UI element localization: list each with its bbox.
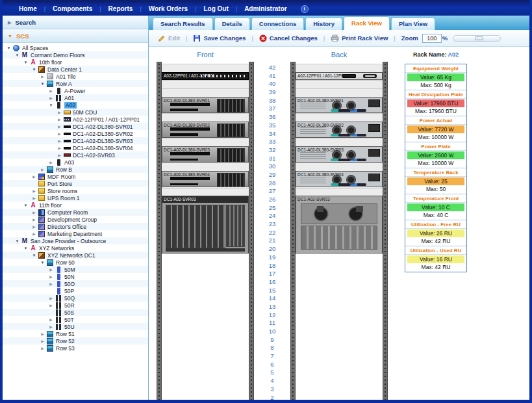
rack-unit-dc1-a02-dl380-svr02[interactable]: DC1-A02-DL380-SVR02 xyxy=(162,122,249,138)
nav-item-reports[interactable]: Reports xyxy=(101,5,140,12)
tree-item-row-51[interactable]: ▶Row 51 xyxy=(3,330,148,337)
tree-expander-down-icon[interactable]: ▼ xyxy=(22,203,29,207)
tab-details[interactable]: Details xyxy=(214,18,250,30)
rack-unit-a02-12pp01-a01-12pp01[interactable]: A02-12PP01 / A01-12PP01 xyxy=(296,72,383,81)
tree-item-row-50[interactable]: ▼Row 50 xyxy=(3,259,148,266)
tree-item-computer-room[interactable]: ▶Computer Room xyxy=(3,209,148,216)
tree-expander-down-icon[interactable]: ▼ xyxy=(47,103,55,107)
tree-item-50p[interactable]: 50P xyxy=(3,287,148,294)
tree-expander-right-icon[interactable]: ▶ xyxy=(39,74,46,79)
tree-expander-right-icon[interactable]: ▶ xyxy=(31,196,38,200)
tree-item-store-rooms[interactable]: ▶Store rooms xyxy=(3,187,148,194)
tree-item-50r[interactable]: ▶50R xyxy=(3,302,148,309)
tree-item-a-power[interactable]: ▶A-Power xyxy=(3,87,148,94)
tree-item-11th-floor[interactable]: ▼A11th floor xyxy=(3,202,148,209)
rack-unit-dc1-a02-svr03[interactable]: DC1-A02-SVR03 xyxy=(162,196,249,254)
tree-expander-right-icon[interactable]: ▶ xyxy=(39,167,46,172)
rack-unit-dc1-a02-dl380-svr04[interactable]: DC1-A02-DL380-SVR04 xyxy=(162,171,249,187)
tree-item-marketing-department[interactable]: ▶Marketing Department xyxy=(3,230,148,237)
tree-expander-down-icon[interactable]: ▼ xyxy=(5,46,12,50)
tab-search-results[interactable]: Search Results xyxy=(153,18,213,30)
zoom-slider[interactable] xyxy=(453,35,501,42)
rack-unit-dc1-a02-dl380-svr01[interactable]: DC1-A02-DL380-SVR01 xyxy=(162,97,249,113)
tree-item-row-53[interactable]: ▶Row 53 xyxy=(3,344,148,352)
tree-item-50q[interactable]: ▶50Q xyxy=(3,294,148,302)
tree-expander-right-icon[interactable]: ▶ xyxy=(47,303,55,307)
tree-expander-down-icon[interactable]: ▼ xyxy=(39,261,46,265)
tree-expander-down-icon[interactable]: ▼ xyxy=(14,53,21,57)
tree-expander-right-icon[interactable]: ▶ xyxy=(56,117,63,122)
tree-expander-right-icon[interactable]: ▶ xyxy=(56,153,63,157)
tree-item-a03[interactable]: ▶A03 xyxy=(3,159,148,166)
edit-button[interactable]: Edit xyxy=(158,34,180,42)
tree-item-dc1-a02-svr03[interactable]: ▶DC1-A02-SVR03 xyxy=(3,151,148,159)
tree-expander-down-icon[interactable]: ▼ xyxy=(22,246,29,250)
tab-plan-view[interactable]: Plan View xyxy=(391,18,435,30)
tree-item-50n[interactable]: ▶50N xyxy=(3,273,148,280)
tree-expander-right-icon[interactable]: ▶ xyxy=(39,332,46,336)
tree-expander-right-icon[interactable]: ▶ xyxy=(39,346,46,350)
tree-expander-down-icon[interactable]: ▼ xyxy=(31,254,38,257)
tree-item-row-52[interactable]: ▶Row 52 xyxy=(3,337,148,344)
tree-expander-right-icon[interactable]: ▶ xyxy=(56,131,63,136)
nav-item-work-orders[interactable]: Work Orders xyxy=(142,5,195,12)
tree-item-50s[interactable]: 50S xyxy=(3,309,148,316)
tree-expander-right-icon[interactable]: ▶ xyxy=(31,231,38,236)
rack-unit-dc1-a02-dl380-svr02[interactable]: DC1-A02-DL380-SVR02 xyxy=(296,122,383,138)
tree-expander-right-icon[interactable]: ▶ xyxy=(56,146,63,150)
tree-item-a02-12pp01-a01-12pp01[interactable]: ▶A02-12PP01 / A01-12PP01 xyxy=(3,116,148,123)
tree-item-mdf-room[interactable]: ▶MDF Room xyxy=(3,173,148,180)
tab-connections[interactable]: Connections xyxy=(251,18,305,30)
tab-history[interactable]: History xyxy=(305,18,342,30)
tree-item-dc1-a02-dl380-svr01[interactable]: ▶DC1-A02-DL380-SVR01 xyxy=(3,123,148,130)
tree-item-row-b[interactable]: ▶Row B xyxy=(3,166,148,173)
tree-expander-right-icon[interactable]: ▶ xyxy=(31,217,38,222)
tree-item-50u[interactable]: ▶50U xyxy=(3,323,148,330)
tree-expander-right-icon[interactable]: ▶ xyxy=(47,324,55,329)
tree-expander-down-icon[interactable]: ▼ xyxy=(31,68,38,72)
tree-item-ups-room-1[interactable]: ▶UPS Room 1 xyxy=(3,194,148,202)
tree-item-50o[interactable]: ▶50O xyxy=(3,280,148,287)
tree-expander-right-icon[interactable]: ▶ xyxy=(31,174,38,179)
tree-expander-right-icon[interactable]: ▶ xyxy=(56,138,63,143)
tree-expander-right-icon[interactable]: ▶ xyxy=(47,281,55,286)
tree-expander-right-icon[interactable]: ▶ xyxy=(31,188,38,193)
tree-item-all-spaces[interactable]: ▼All Spaces xyxy=(3,44,148,51)
rack-unit-a02-12pp01-a01-12pp01[interactable]: A02-12PP01 / A01-12PP01 xyxy=(162,72,249,81)
tree-item-10th-floor[interactable]: ▼A10th floor xyxy=(3,58,148,66)
tree-item-50m-cdu[interactable]: ▶50M CDU xyxy=(3,109,148,116)
tree-item-port-store[interactable]: Port Store xyxy=(3,180,148,187)
tab-rack-view[interactable]: Rack View xyxy=(344,16,390,30)
tree-item-xyz-networks-dc1[interactable]: ▼XYZ Networks DC1 xyxy=(3,252,148,259)
cancel-changes-button[interactable]: Cancel Changes xyxy=(259,34,318,42)
tree-item-xyz-networks[interactable]: ▼AXYZ Networks xyxy=(3,244,148,252)
tree-item-50m[interactable]: ▶50M xyxy=(3,266,148,273)
tree-expander-right-icon[interactable]: ▶ xyxy=(47,88,55,93)
print-rack-view-button[interactable]: Print Rack View xyxy=(331,34,388,42)
tree-item-director-s-office[interactable]: ▶Director's Office xyxy=(3,223,148,230)
tree-item-50t[interactable]: ▶50T xyxy=(3,316,148,323)
tree-item-dc1-a02-dl380-svr03[interactable]: ▶DC1-A02-DL380-SVR03 xyxy=(3,137,148,144)
rack-unit-dc1-a02-dl380-svr01[interactable]: DC1-A02-DL380-SVR01 xyxy=(296,97,383,113)
tree-expander-right-icon[interactable]: ▶ xyxy=(47,274,55,279)
zoom-slider-thumb[interactable] xyxy=(475,36,483,40)
tree-item-development-group[interactable]: ▶Development Group xyxy=(3,216,148,223)
tree-item-a02[interactable]: ▼A02 xyxy=(3,101,148,109)
tree-expander-down-icon[interactable]: ▼ xyxy=(39,82,46,86)
tree-item-san-jose-provider-outsource[interactable]: ▼MSan Jose Provider - Outsource xyxy=(3,237,148,244)
zoom-value-input[interactable] xyxy=(422,34,442,43)
nav-item-home[interactable]: Home xyxy=(12,5,44,12)
nav-item-log-out[interactable]: Log Out xyxy=(196,5,235,12)
tree-item-cormant-demo-floors[interactable]: ▼MCormant Demo Floors xyxy=(3,51,148,58)
tree-item-data-center-1[interactable]: ▼Data Center 1 xyxy=(3,66,148,73)
tree-expander-right-icon[interactable]: ▶ xyxy=(56,110,63,114)
nav-item-components[interactable]: Components xyxy=(45,5,99,12)
tree-item-row-a[interactable]: ▼Row A xyxy=(3,80,148,87)
tree-expander-right-icon[interactable]: ▶ xyxy=(39,339,46,343)
rack-unit-dc1-a02-dl380-svr03[interactable]: DC1-A02-DL380-SVR03 xyxy=(296,146,383,162)
tree-item-dc1-a02-dl380-svr04[interactable]: ▶DC1-A02-DL380-SVR04 xyxy=(3,144,148,151)
tree-expander-right-icon[interactable]: ▶ xyxy=(31,224,38,229)
tree-expander-right-icon[interactable]: ▶ xyxy=(47,296,55,300)
rack-name-link[interactable]: A02 xyxy=(448,51,459,58)
tree-expander-right-icon[interactable]: ▶ xyxy=(47,96,55,100)
